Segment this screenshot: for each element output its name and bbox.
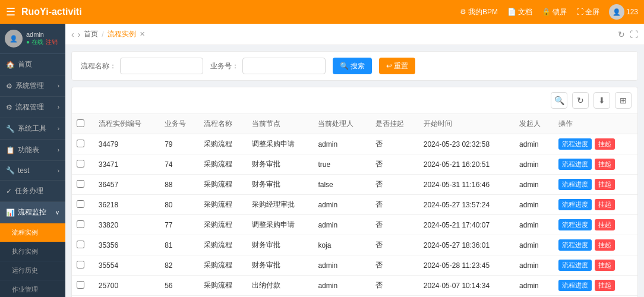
- suspend-button[interactable]: 挂起: [595, 138, 615, 150]
- bpm-icon: ⚙: [460, 8, 466, 16]
- cell-id: 33820: [94, 215, 160, 235]
- breadcrumb-forward-icon[interactable]: ›: [78, 30, 81, 39]
- suspend-button[interactable]: 挂起: [595, 280, 615, 291]
- hamburger-icon[interactable]: ☰: [6, 5, 15, 18]
- table-header-row: 流程实例编号 业务号 流程名称 当前节点 当前处理人 是否挂起 开始时间 发起人…: [72, 114, 637, 134]
- process-label: 流程管理: [15, 102, 44, 112]
- sidebar-submenu-execution[interactable]: 执行实例: [0, 242, 65, 261]
- instance-label: 流程实例: [12, 229, 38, 236]
- user-area[interactable]: 👤 123: [609, 4, 638, 20]
- cell-initiator: admin: [514, 215, 554, 235]
- fullscreen-icon: ⛶: [576, 8, 583, 16]
- progress-button[interactable]: 流程进度: [558, 239, 592, 251]
- cell-initiator: admin: [514, 255, 554, 276]
- progress-button[interactable]: 流程进度: [558, 280, 592, 291]
- progress-button[interactable]: 流程进度: [558, 179, 592, 190]
- cell-suspended: 否: [371, 175, 419, 195]
- main-layout: 👤 admin ● 在线 注销 🏠 首页 ⚙: [0, 24, 644, 297]
- cell-starttime: 2024-05-07 10:14:34: [419, 276, 514, 296]
- row-checkbox[interactable]: [77, 281, 84, 289]
- nav-lock[interactable]: 🔒 锁屏: [542, 7, 567, 17]
- suspend-button[interactable]: 挂起: [595, 239, 615, 251]
- cell-actions: 流程进度 挂起: [554, 215, 637, 235]
- home-label: 首页: [18, 59, 32, 69]
- row-checkbox[interactable]: [77, 241, 84, 248]
- nav-docs[interactable]: 📄 文档: [507, 7, 532, 17]
- suspend-button[interactable]: 挂起: [595, 159, 615, 170]
- cell-suspended: 否: [371, 215, 419, 235]
- suspend-button[interactable]: 挂起: [595, 179, 615, 190]
- sidebar-item-monitor[interactable]: 📊 流程监控 ∨: [0, 202, 65, 223]
- sidebar-item-tools[interactable]: 🔧 系统工具 ›: [0, 118, 65, 140]
- sidebar-item-home[interactable]: 🏠 首页: [0, 54, 65, 75]
- search-button[interactable]: 🔍 搜索: [333, 58, 372, 74]
- cell-initiator: admin: [514, 175, 554, 195]
- cell-node: 财务审批: [247, 235, 313, 255]
- breadcrumb-refresh-icon[interactable]: ↻: [618, 30, 625, 39]
- cell-handler: admin: [313, 134, 370, 154]
- header-right: ⚙ 我的BPM 📄 文档 🔒 锁屏 ⛶ 全屏 👤 123: [460, 4, 638, 20]
- breadcrumb-back-icon[interactable]: ‹: [71, 30, 74, 39]
- system-label: 系统管理: [15, 81, 44, 91]
- chevron-down-icon: ∨: [55, 209, 59, 216]
- breadcrumb-home[interactable]: 首页: [84, 29, 98, 39]
- reset-button[interactable]: ↩ 重置: [379, 58, 415, 74]
- business-no-input[interactable]: [242, 58, 326, 74]
- sidebar-submenu-job[interactable]: 作业管理: [0, 280, 65, 297]
- table-refresh-button[interactable]: ↻: [572, 92, 589, 109]
- cell-actions: 流程进度 挂起: [554, 154, 637, 175]
- sidebar-logout[interactable]: 注销: [46, 38, 58, 46]
- row-checkbox[interactable]: [77, 261, 84, 268]
- table-download-icon: ⬇: [598, 96, 605, 105]
- table-search-button[interactable]: 🔍: [551, 92, 567, 109]
- tasks-icon: ✓: [6, 187, 12, 195]
- row-checkbox[interactable]: [77, 160, 84, 168]
- breadcrumb-fullscreen-icon[interactable]: ⛶: [630, 30, 638, 39]
- form-label: 功能表: [18, 145, 39, 155]
- cell-suspended: 否: [371, 154, 419, 175]
- row-checkbox[interactable]: [77, 220, 84, 228]
- col-handler: 当前处理人: [313, 114, 370, 134]
- progress-button[interactable]: 流程进度: [558, 159, 592, 170]
- sidebar-submenu-history[interactable]: 运行历史: [0, 261, 65, 280]
- brand-name: RuoYi-activiti: [21, 7, 82, 17]
- select-all-checkbox[interactable]: [77, 119, 84, 127]
- sidebar-item-process[interactable]: ⚙ 流程管理 ›: [0, 97, 65, 118]
- job-label: 作业管理: [12, 286, 38, 293]
- cell-suspended: 否: [371, 134, 419, 154]
- row-checkbox[interactable]: [77, 200, 84, 208]
- breadcrumb-close-icon[interactable]: ✕: [140, 30, 145, 38]
- progress-button[interactable]: 流程进度: [558, 138, 592, 150]
- sidebar-submenu-instance[interactable]: 流程实例: [0, 223, 65, 242]
- sidebar-item-test[interactable]: 🔧 test ›: [0, 161, 65, 181]
- table-row: 33471 74 采购流程 财务审批 true 否 2024-05-21 16:…: [72, 154, 637, 175]
- progress-button[interactable]: 流程进度: [558, 260, 592, 271]
- test-icon: 🔧: [6, 166, 15, 175]
- sidebar-item-form[interactable]: 📋 功能表 ›: [0, 140, 65, 161]
- search-icon: 🔍: [340, 62, 349, 70]
- content-area: ‹ › 首页 / 流程实例 ✕ ↻ ⛶ 流程名称：: [65, 24, 644, 297]
- suspend-button[interactable]: 挂起: [595, 219, 615, 230]
- cell-bizno: 81: [160, 235, 199, 255]
- table-row: 36218 80 采购流程 采购经理审批 admin 否 2024-05-27 …: [72, 195, 637, 215]
- table-download-button[interactable]: ⬇: [594, 92, 610, 109]
- nav-bpm[interactable]: ⚙ 我的BPM: [460, 7, 498, 17]
- app-root: ☰ RuoYi-activiti ⚙ 我的BPM 📄 文档 🔒 锁屏 ⛶ 全屏 …: [0, 0, 644, 297]
- row-checkbox[interactable]: [77, 180, 84, 188]
- progress-button[interactable]: 流程进度: [558, 219, 592, 230]
- process-name-input[interactable]: [120, 58, 203, 74]
- table-grid-button[interactable]: ⊞: [615, 92, 632, 109]
- cell-starttime: 2024-05-27 13:57:24: [419, 195, 514, 215]
- cell-suspended: 否: [371, 255, 419, 276]
- sidebar-item-system[interactable]: ⚙ 系统管理 ›: [0, 75, 65, 97]
- col-starttime: 开始时间: [419, 114, 514, 134]
- suspend-button[interactable]: 挂起: [595, 260, 615, 271]
- monitor-label: 流程监控: [18, 207, 46, 217]
- sidebar-item-tasks[interactable]: ✓ 任务办理: [0, 181, 65, 202]
- cell-name: 采购流程: [199, 255, 247, 276]
- cell-checkbox: [72, 195, 94, 215]
- nav-fullscreen[interactable]: ⛶ 全屏: [576, 7, 599, 17]
- suspend-button[interactable]: 挂起: [595, 199, 615, 210]
- row-checkbox[interactable]: [77, 140, 84, 147]
- progress-button[interactable]: 流程进度: [558, 199, 592, 210]
